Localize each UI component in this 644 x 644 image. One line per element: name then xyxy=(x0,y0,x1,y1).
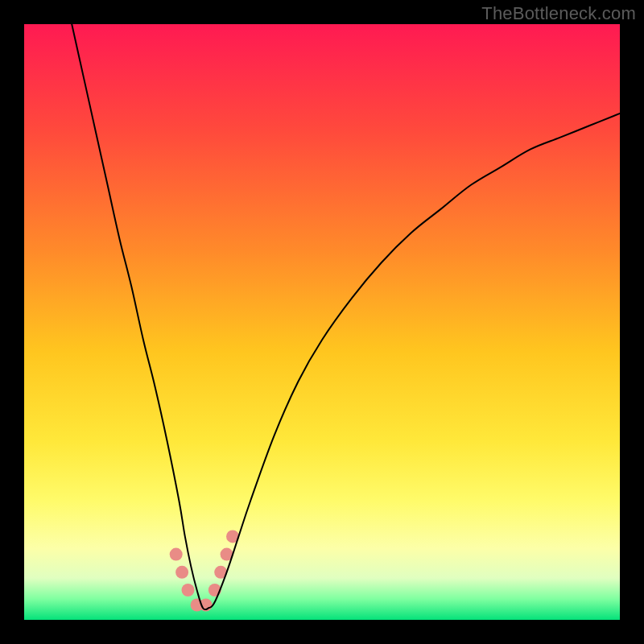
marker-dot xyxy=(175,566,188,579)
marker-layer xyxy=(170,530,239,611)
bottleneck-curve xyxy=(72,24,620,609)
marker-dot xyxy=(182,584,195,597)
plot-area xyxy=(24,24,620,620)
chart-svg xyxy=(24,24,620,620)
chart-stage: TheBottleneck.com xyxy=(0,0,644,644)
watermark-text: TheBottleneck.com xyxy=(481,3,636,24)
marker-dot xyxy=(170,548,183,561)
